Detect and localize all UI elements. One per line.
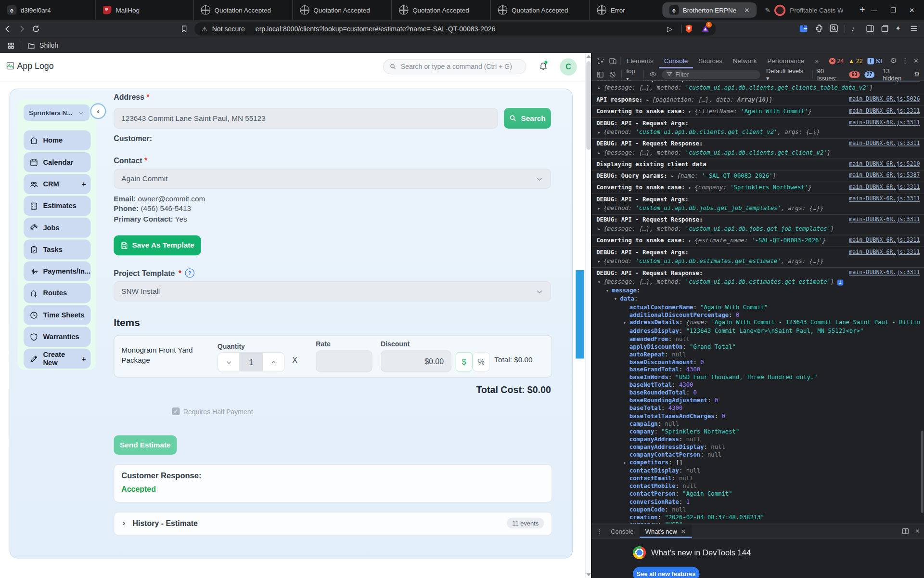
company-select[interactable]: Sprinklers N... — [24, 105, 90, 121]
browser-tab[interactable]: Quotation Accepted — [491, 0, 590, 20]
source-link[interactable]: main-DUBNX-6R.js:5210 — [849, 160, 920, 167]
console-filter-input[interactable]: Filter — [662, 70, 760, 79]
source-link[interactable]: main-DUBNX-6R.js:3311 — [849, 249, 920, 255]
source-link[interactable]: main-DUBNX-6R.js:3311 — [849, 269, 920, 275]
brave-rewards-icon[interactable]: 1 — [701, 24, 710, 34]
scrollbar-thumb[interactable] — [586, 61, 591, 150]
console-row[interactable]: DEBUG: Query params: ▸ {name: '-SAL-QT-0… — [591, 171, 924, 182]
scroll-up-arrow[interactable] — [586, 55, 591, 58]
warning-icon[interactable]: ▲ — [848, 57, 854, 64]
send-estimate-button[interactable]: Send Estimate — [114, 435, 177, 455]
quantity-increase-button[interactable] — [263, 353, 284, 371]
close-window-button[interactable]: ✕ — [909, 6, 914, 14]
context-selector[interactable]: top ▾ — [627, 67, 639, 81]
console-row[interactable]: Converting to snake case: ▸ {company: 'S… — [591, 182, 924, 194]
sidebar-item-time-sheets[interactable]: Time Sheets — [24, 305, 91, 325]
console-scrollbar-thumb[interactable] — [921, 431, 924, 513]
browser-tab[interactable]: e d3i9ei0ar4 — [0, 0, 96, 20]
browser-scrollbar[interactable] — [585, 53, 591, 578]
crm-add-button[interactable]: + — [81, 180, 86, 188]
console-sidebar-icon[interactable] — [596, 70, 604, 78]
drawer-tab-console[interactable]: Console — [605, 525, 640, 538]
console-row[interactable]: DEBUG: API - Request Args:▸ {method: 'cu… — [591, 247, 924, 268]
source-link[interactable]: main-DUBNX-6R.js:3311 — [849, 119, 920, 125]
device-toolbar-icon[interactable] — [609, 57, 617, 65]
issues-label[interactable]: 90 Issues: — [817, 67, 845, 81]
browser-tab[interactable]: Error — [590, 0, 661, 20]
console-row[interactable]: Converting to snake case: ▸ {estimate_na… — [591, 236, 924, 247]
sidebar-item-crm[interactable]: CRM + — [24, 174, 91, 194]
brave-shield-icon[interactable] — [684, 24, 694, 34]
console-row[interactable]: Displaying existing client datamain-DUBN… — [591, 159, 924, 171]
sidebar-collapse-button[interactable]: ‹ — [90, 103, 106, 119]
sparkle-ai-icon[interactable]: ✦ — [895, 24, 901, 32]
discount-percent-button[interactable]: % — [473, 352, 490, 371]
source-link[interactable]: main-DUBNX-6R.js:3311 — [849, 195, 920, 201]
save-as-template-button[interactable]: Save As Template — [114, 236, 201, 256]
bookmark-icon[interactable] — [180, 25, 188, 33]
sidebar-item-create-new[interactable]: Create New + — [24, 349, 91, 369]
sidebar-item-estimates[interactable]: Estimates — [24, 196, 91, 216]
console-row[interactable]: DEBUG: API - Request Args:▸ {method: 'cu… — [591, 194, 924, 215]
source-link[interactable]: main-DUBNX-6R.js:5387 — [849, 171, 920, 178]
source-link[interactable]: main-DUBNX-6R.js:3311 — [849, 216, 920, 222]
default-levels-select[interactable]: Default levels ▾ — [766, 67, 807, 81]
source-link[interactable]: main-DUBNX-6R.js:3311 — [849, 140, 920, 146]
close-tab-icon[interactable]: ✕ — [744, 6, 749, 14]
devtools-close-icon[interactable]: ✕ — [913, 57, 919, 65]
source-link[interactable]: main-DUBNX-6R.js:3311 — [849, 184, 920, 190]
address-bar[interactable]: ⚠ Not secure erp.local:8000/clients?look… — [194, 23, 716, 36]
browser-tab[interactable]: Quotation Accepted — [293, 0, 392, 20]
drawer-tab-whats-new[interactable]: What's new ✕ — [640, 525, 692, 538]
devtools-tab-performance[interactable]: Performance — [762, 53, 809, 68]
half-payment-checkbox[interactable]: ✓ — [172, 407, 180, 415]
source-link[interactable]: main-DUBNX-6R.js:3311 — [849, 236, 920, 243]
console-settings-gear-icon[interactable]: ⚙ — [914, 70, 920, 78]
browser-tab[interactable]: ✎ Profitable Casts W — [758, 0, 854, 20]
eye-icon[interactable] — [649, 71, 657, 78]
console-row[interactable]: API response: ▸ {pagination: {…}, data: … — [591, 94, 924, 106]
discount-dollar-button[interactable]: $ — [456, 352, 473, 371]
quantity-decrease-button[interactable] — [218, 353, 239, 371]
reload-icon[interactable] — [32, 25, 46, 33]
console-row[interactable]: DEBUG: API - Request Response:▸ {message… — [591, 215, 924, 236]
url-text[interactable]: erp.local:8000/clients?lookup=customer#/… — [256, 26, 496, 33]
new-tab-button[interactable]: + — [860, 5, 865, 15]
console-row[interactable]: DEBUG: API - Request Args:▸ {method: 'cu… — [591, 118, 924, 139]
see-all-features-button[interactable]: See all new features — [633, 567, 699, 578]
extensions-puzzle-icon[interactable] — [814, 24, 824, 33]
clear-console-icon[interactable] — [609, 70, 616, 78]
quantity-value[interactable]: 1 — [239, 353, 263, 371]
sidebar-item-jobs[interactable]: Jobs — [24, 218, 91, 238]
address-input[interactable]: 123643 Commit Lane Saint Paul, MN 55123 — [114, 108, 498, 129]
scroll-down-arrow[interactable] — [586, 573, 591, 576]
discount-input[interactable]: $0.00 — [381, 350, 451, 372]
notification-bell-icon[interactable] — [539, 61, 548, 71]
tab-group-icon[interactable] — [880, 24, 889, 33]
source-link[interactable]: main-DUBNX-6R.js:5026 — [849, 95, 920, 102]
devtools-tab-console[interactable]: Console — [659, 53, 693, 68]
browser-tab[interactable]: MailHog — [96, 0, 193, 20]
sidebar-item-calendar[interactable]: Calendar — [24, 152, 91, 172]
source-link[interactable]: main-DUBNX-6R.js:3311 — [849, 81, 920, 81]
back-icon[interactable] — [3, 25, 17, 33]
forward-icon[interactable] — [18, 25, 32, 33]
source-link[interactable]: main-DUBNX-6R.js:3311 — [849, 107, 920, 114]
devtools-tab-sources[interactable]: Sources — [693, 53, 727, 68]
sidebar-item-warranties[interactable]: Warranties — [24, 327, 91, 347]
devtools-settings-gear-icon[interactable]: ⚙ — [890, 57, 897, 65]
history-section[interactable]: › History - Estimate 11 events — [114, 512, 552, 536]
maximize-button[interactable]: ❐ — [890, 6, 896, 14]
create-new-add-button[interactable]: + — [81, 354, 86, 363]
split-panel-icon[interactable] — [901, 527, 909, 535]
page-scrollbar-thumb[interactable] — [576, 270, 584, 359]
close-drawer-icon[interactable]: ✕ — [915, 528, 920, 534]
sidebar-item-payments[interactable]: Payments/In... — [24, 261, 91, 281]
menu-hamburger-icon[interactable] — [909, 23, 919, 34]
chevron-right-icon[interactable]: › — [123, 518, 125, 527]
minimize-button[interactable]: — — [871, 6, 877, 13]
console-row[interactable]: DEBUG: API - Request Response:▸ {message… — [591, 81, 924, 94]
sidebar-item-routes[interactable]: Routes — [24, 283, 91, 303]
command-search-input[interactable]: Search or type a command (Ctrl + G) — [383, 59, 526, 74]
avatar[interactable]: C — [560, 58, 577, 76]
